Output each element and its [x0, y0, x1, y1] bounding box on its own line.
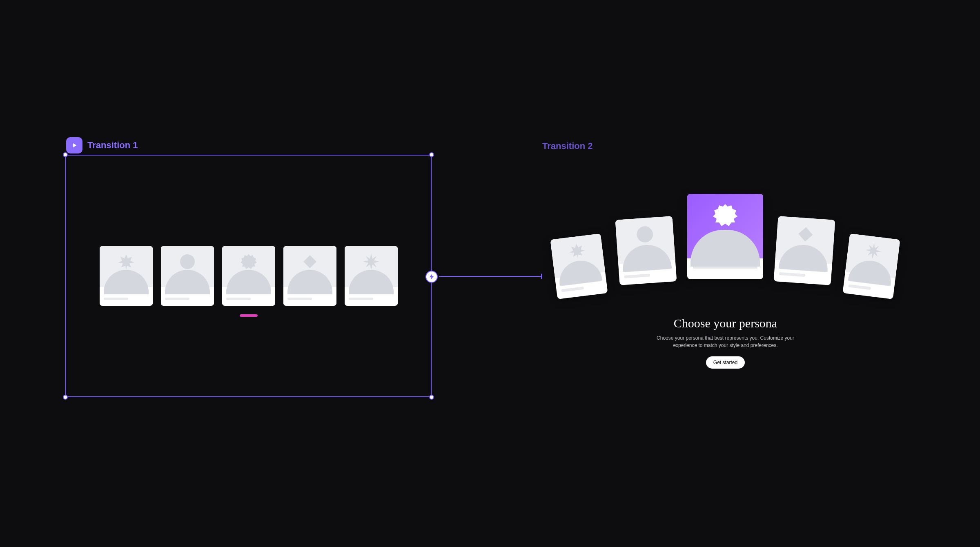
frame-transition-2[interactable]: Choose your persona Choose your persona …	[542, 155, 909, 397]
frame2-card-fan	[542, 191, 909, 314]
diamond-icon	[302, 253, 318, 270]
frame2-subtitle: Choose your persona that best represents…	[648, 334, 803, 349]
frame2-title: Choose your persona	[542, 316, 909, 330]
seal-icon	[635, 225, 655, 244]
persona-card-selected[interactable]	[687, 194, 763, 279]
starburst-icon	[363, 253, 379, 270]
seal-icon	[179, 253, 196, 270]
seal-icon	[713, 203, 737, 227]
frame-transition-1[interactable]	[65, 155, 432, 397]
frame1-header: Transition 1	[66, 137, 138, 153]
canvas[interactable]: Transition 1 Transition 2	[0, 0, 980, 547]
frame2-text-block: Choose your persona Choose your persona …	[542, 316, 909, 369]
svg-marker-4	[568, 243, 586, 259]
svg-marker-7	[865, 242, 882, 259]
persona-card[interactable]	[100, 246, 153, 306]
starburst-icon	[865, 242, 882, 259]
diamond-icon	[796, 225, 815, 244]
persona-card[interactable]	[550, 233, 608, 299]
selection-handle[interactable]	[63, 152, 68, 157]
persona-card[interactable]	[161, 246, 214, 306]
persona-card[interactable]	[283, 246, 336, 306]
selection-handle[interactable]	[63, 395, 68, 400]
svg-point-5	[636, 226, 653, 243]
selection-handle[interactable]	[429, 395, 434, 400]
svg-marker-6	[798, 227, 813, 242]
persona-card[interactable]	[222, 246, 275, 306]
persona-card[interactable]	[843, 233, 900, 299]
star-icon	[118, 253, 134, 270]
active-indicator	[240, 314, 258, 317]
seal-icon	[241, 253, 257, 270]
play-icon[interactable]	[66, 137, 82, 153]
svg-marker-3	[363, 253, 379, 270]
svg-marker-0	[118, 254, 134, 270]
frame1-card-row	[100, 246, 398, 306]
selection-handle[interactable]	[429, 152, 434, 157]
persona-card[interactable]	[345, 246, 398, 306]
svg-point-1	[180, 254, 195, 269]
star-icon	[568, 242, 586, 259]
get-started-button[interactable]: Get started	[706, 356, 745, 369]
lightning-icon[interactable]	[425, 271, 438, 283]
persona-card[interactable]	[615, 216, 677, 285]
svg-marker-2	[303, 255, 316, 268]
transition-arrow[interactable]	[439, 276, 546, 277]
frame1-label[interactable]: Transition 1	[87, 140, 138, 151]
persona-card[interactable]	[774, 216, 835, 285]
frame2-label[interactable]: Transition 2	[542, 141, 592, 151]
